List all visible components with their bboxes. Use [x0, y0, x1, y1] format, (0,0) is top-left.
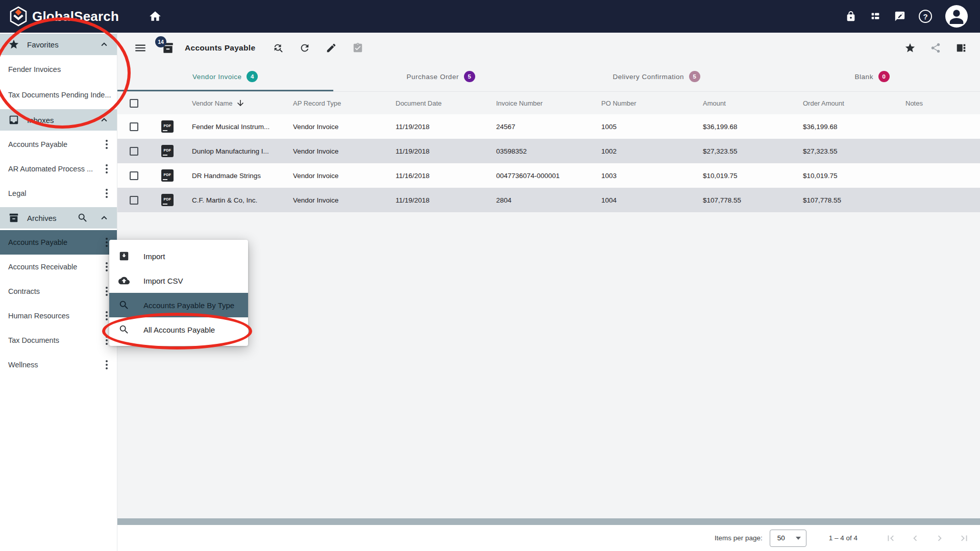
column-header-po-number[interactable]: PO Number — [601, 99, 703, 107]
table-row[interactable]: PDF Fender Musical Instrum... Vendor Inv… — [117, 114, 980, 139]
search-icon — [118, 324, 130, 335]
refresh-icon[interactable] — [299, 42, 310, 54]
row-checkbox[interactable] — [130, 171, 138, 180]
kebab-menu-icon[interactable] — [103, 186, 111, 201]
cloud-upload-icon — [118, 275, 130, 286]
document-count-badge: 14 — [155, 36, 166, 47]
chevron-up-icon[interactable] — [99, 212, 110, 223]
tab-vendor-invoice[interactable]: Vendor Invoice 4 — [117, 63, 333, 91]
search-icon[interactable] — [77, 212, 88, 223]
import-icon — [118, 251, 130, 262]
archives-section-header[interactable]: Archives — [0, 207, 117, 229]
next-page-icon[interactable] — [934, 533, 945, 544]
star-icon[interactable] — [904, 42, 916, 54]
tab-count-badge: 5 — [464, 71, 475, 82]
tab-delivery-confirmation[interactable]: Delivery Confirmation 5 — [549, 63, 765, 91]
dropdown-caret-icon — [796, 537, 801, 540]
sidebar-inbox-legal[interactable]: Legal — [0, 181, 117, 206]
account-avatar[interactable] — [945, 5, 968, 28]
sidebar-archive-tax-documents[interactable]: Tax Documents — [0, 328, 117, 353]
lock-icon[interactable] — [845, 11, 856, 22]
view-list-icon[interactable] — [870, 11, 881, 22]
brand-name: GlobalSearch — [32, 9, 119, 24]
favorites-section-header[interactable]: Favorites — [0, 34, 117, 55]
inboxes-section-header[interactable]: Inboxes — [0, 109, 117, 131]
find-replace-icon[interactable] — [273, 42, 284, 54]
kebab-menu-icon[interactable] — [103, 161, 111, 177]
sidebar-archive-contracts[interactable]: Contracts — [0, 279, 117, 304]
table-row[interactable]: PDF Dunlop Manufacturing I... Vendor Inv… — [117, 139, 980, 163]
tasks-icon — [352, 42, 363, 54]
column-header-order-amount[interactable]: Order Amount — [803, 99, 905, 107]
archive-context-menu: Import Import CSV Accounts Payable By Ty… — [109, 240, 248, 346]
share-icon[interactable] — [930, 42, 941, 54]
table-header: Vendor Name AP Record Type Document Date… — [117, 92, 980, 114]
toolbar: 14 Accounts Payable — [117, 33, 980, 63]
pagination-bar: Items per page: 50 1 – 4 of 4 — [117, 525, 980, 551]
column-header-ap-record-type[interactable]: AP Record Type — [293, 99, 396, 107]
sidebar-item-fender-invoices[interactable]: Fender Invoices — [0, 57, 117, 82]
inboxes-label: Inboxes — [27, 116, 54, 124]
row-checkbox[interactable] — [130, 122, 138, 131]
star-icon — [8, 39, 19, 50]
column-header-notes[interactable]: Notes — [905, 99, 980, 107]
row-checkbox[interactable] — [130, 147, 138, 156]
pdf-file-icon[interactable]: PDF — [161, 194, 174, 206]
chevron-up-icon[interactable] — [99, 39, 110, 50]
row-checkbox[interactable] — [130, 196, 138, 205]
archive-icon — [8, 212, 19, 223]
page-range-label: 1 – 4 of 4 — [829, 534, 857, 542]
menu-item-import-csv[interactable]: Import CSV — [109, 268, 248, 293]
home-icon[interactable] — [149, 10, 162, 23]
menu-icon[interactable] — [134, 41, 147, 55]
menu-item-all-accounts-payable[interactable]: All Accounts Payable — [109, 317, 248, 342]
tab-purchase-order[interactable]: Purchase Order 5 — [333, 63, 549, 91]
column-header-invoice-number[interactable]: Invoice Number — [496, 99, 601, 107]
tab-count-badge: 0 — [878, 71, 890, 82]
sidebar: Favorites Fender Invoices Tax Documents … — [0, 33, 117, 551]
archives-label: Archives — [27, 214, 57, 222]
chevron-up-icon[interactable] — [99, 114, 110, 126]
view-column-icon[interactable] — [955, 42, 967, 54]
pdf-file-icon[interactable]: PDF — [161, 120, 174, 133]
sidebar-inbox-ar-automated[interactable]: AR Automated Process ... — [0, 157, 117, 181]
globalsearch-logo-icon — [9, 6, 28, 27]
table-row[interactable]: PDF DR Handmade Strings Vendor Invoice 1… — [117, 163, 980, 188]
select-all-checkbox[interactable] — [130, 99, 138, 108]
menu-item-import[interactable]: Import — [109, 244, 248, 268]
tab-count-badge: 5 — [689, 71, 700, 82]
column-header-amount[interactable]: Amount — [703, 99, 803, 107]
table-row[interactable]: PDF C.F. Martin & Co, Inc. Vendor Invoic… — [117, 188, 980, 212]
pdf-file-icon[interactable]: PDF — [161, 145, 174, 157]
last-page-icon[interactable] — [959, 533, 970, 544]
globalsearch-logo: GlobalSearch — [9, 6, 119, 27]
sidebar-archive-human-resources[interactable]: Human Resources — [0, 304, 117, 328]
topbar: GlobalSearch ? — [0, 0, 980, 33]
items-per-page-label: Items per page: — [715, 534, 763, 542]
page-title: Accounts Payable — [185, 43, 255, 53]
sidebar-inbox-accounts-payable[interactable]: Accounts Payable — [0, 132, 117, 157]
column-header-vendor-name[interactable]: Vendor Name — [192, 98, 293, 108]
pdf-file-icon[interactable]: PDF — [161, 169, 174, 182]
kebab-menu-icon[interactable] — [103, 137, 111, 152]
edit-icon[interactable] — [326, 42, 337, 54]
help-icon[interactable]: ? — [919, 10, 932, 23]
sort-arrow-down-icon — [236, 98, 245, 108]
prev-page-icon[interactable] — [910, 533, 921, 544]
search-icon — [118, 299, 130, 311]
column-header-document-date[interactable]: Document Date — [396, 99, 496, 107]
feedback-icon[interactable] — [894, 11, 905, 22]
menu-item-accounts-payable-by-type[interactable]: Accounts Payable By Type — [109, 293, 248, 317]
page-size-select[interactable]: 50 — [770, 530, 806, 547]
sidebar-archive-accounts-receivable[interactable]: Accounts Receivable — [0, 255, 117, 279]
sidebar-archive-accounts-payable[interactable]: Accounts Payable — [0, 230, 117, 255]
kebab-menu-icon[interactable] — [103, 357, 111, 372]
first-page-icon[interactable] — [885, 533, 896, 544]
sidebar-archive-wellness[interactable]: Wellness — [0, 353, 117, 377]
tab-count-badge: 4 — [247, 71, 258, 82]
tab-blank[interactable]: Blank 0 — [765, 63, 980, 91]
inbox-icon — [8, 114, 19, 126]
sidebar-item-tax-documents-pending[interactable]: Tax Documents Pending Inde... — [0, 82, 117, 108]
horizontal-scrollbar[interactable] — [117, 518, 980, 525]
record-type-tabs: Vendor Invoice 4 Purchase Order 5 Delive… — [117, 63, 980, 92]
